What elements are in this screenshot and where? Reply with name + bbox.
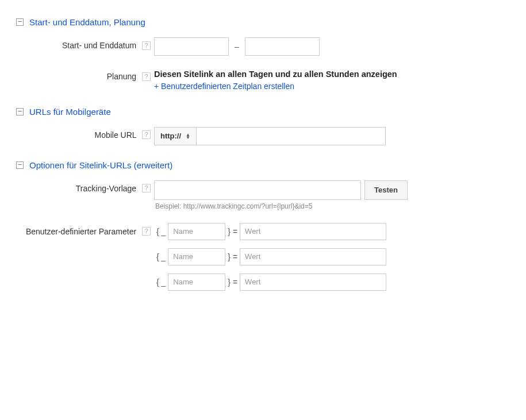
help-icon[interactable]: ? — [142, 184, 151, 192]
brace-close: } = — [228, 227, 237, 236]
param-value-input[interactable] — [240, 248, 386, 265]
brace-close: } = — [228, 278, 237, 287]
brace-open: { _ — [156, 278, 166, 287]
protocol-select[interactable]: http:// ▲▼ — [154, 127, 197, 145]
label-planning: Planung — [107, 72, 136, 81]
help-icon[interactable]: ? — [142, 227, 151, 236]
section-title-mobile[interactable]: URLs für Mobilgeräte — [29, 107, 111, 117]
end-date-input[interactable] — [245, 37, 320, 56]
custom-param-row: { _ } = — [154, 273, 386, 291]
section-title-advanced[interactable]: Optionen für Sitelink-URLs (erweitert) — [29, 160, 172, 170]
date-range-separator: – — [235, 42, 239, 51]
brace-close: } = — [228, 252, 237, 261]
collapse-dates-icon[interactable] — [16, 18, 24, 26]
label-tracking-template: Tracking-Vorlage — [76, 184, 136, 193]
brace-open: { _ — [156, 252, 166, 261]
sort-icon: ▲▼ — [186, 133, 190, 139]
start-date-input[interactable] — [154, 37, 229, 56]
custom-param-row: { _ } = — [154, 248, 386, 265]
param-name-input[interactable] — [168, 273, 225, 291]
collapse-mobile-icon[interactable] — [16, 108, 24, 115]
custom-params-container: { _ } = { _ } = { _ } = — [154, 223, 386, 291]
label-custom-parameter: Benutzer-definierter Parameter — [26, 227, 136, 236]
help-icon[interactable]: ? — [142, 72, 151, 81]
brace-open: { _ — [156, 227, 166, 236]
param-name-input[interactable] — [168, 223, 225, 240]
help-icon[interactable]: ? — [142, 41, 151, 50]
label-mobile-url: Mobile URL — [94, 130, 136, 140]
planning-current-text: Diesen Sitelink an allen Tagen und zu al… — [154, 68, 397, 80]
protocol-select-value: http:// — [160, 132, 181, 140]
mobile-url-input[interactable] — [196, 127, 386, 145]
section-title-dates[interactable]: Start- und Enddatum, Planung — [29, 17, 145, 27]
param-value-input[interactable] — [240, 273, 386, 291]
tracking-example-text: Beispiel: http://www.trackingc.com/?url=… — [154, 202, 408, 210]
tracking-template-input[interactable] — [154, 180, 361, 200]
label-start-end-date: Start- und Enddatum — [62, 41, 136, 50]
custom-param-row: { _ } = — [154, 223, 386, 240]
collapse-advanced-icon[interactable] — [16, 161, 24, 169]
test-button[interactable]: Testen — [364, 180, 408, 200]
param-value-input[interactable] — [240, 223, 386, 240]
create-schedule-link[interactable]: + Benutzerdefinierten Zeitplan erstellen — [154, 80, 294, 93]
help-icon[interactable]: ? — [142, 130, 151, 139]
param-name-input[interactable] — [168, 248, 225, 265]
